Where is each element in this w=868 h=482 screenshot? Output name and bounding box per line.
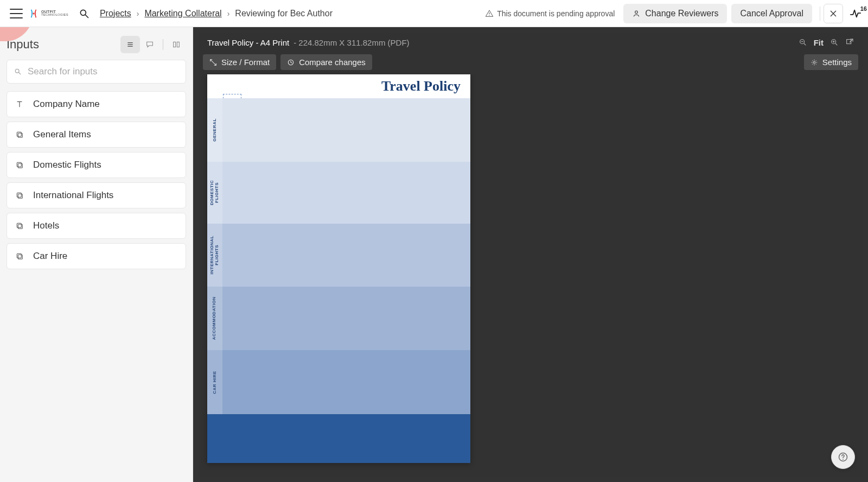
global-search-button[interactable]: [78, 8, 90, 20]
view-tab-comments[interactable]: [140, 36, 159, 53]
section-tab-label: GENERAL: [213, 118, 218, 142]
approval-status-text: This document is pending approval: [497, 9, 615, 18]
input-item[interactable]: Hotels: [7, 213, 186, 239]
input-list: Company NameGeneral ItemsDomestic Flight…: [7, 91, 186, 269]
breadcrumb-current: Reviewing for Bec Author: [235, 9, 333, 18]
svg-rect-12: [177, 42, 179, 47]
input-item[interactable]: Car Hire: [7, 243, 186, 269]
gear-icon: [810, 59, 818, 66]
svg-line-31: [835, 43, 837, 45]
sidebar-search[interactable]: [7, 60, 186, 84]
section-tab-label: DOMESTICFLIGHTS: [210, 180, 220, 205]
view-tab-columns[interactable]: [167, 36, 186, 53]
search-icon: [14, 67, 22, 76]
input-item[interactable]: Domestic Flights: [7, 152, 186, 178]
user-icon: [632, 9, 641, 18]
divider: [820, 7, 820, 21]
section-tab: INTERNATIONALFLIGHTS: [207, 224, 222, 287]
size-format-label: Size / Format: [221, 58, 270, 67]
document-page[interactable]: Travel Policy GENERALDOMESTICFLIGHTSINTE…: [207, 74, 470, 463]
settings-label: Settings: [822, 58, 852, 67]
main-area: Inputs: [0, 27, 868, 482]
compare-changes-label: Compare changes: [299, 58, 366, 67]
input-item[interactable]: International Flights: [7, 182, 186, 208]
page-section[interactable]: CAR HIRE: [207, 350, 470, 414]
view-tab-list[interactable]: [120, 36, 140, 53]
section-tab-label: CAR HIRE: [213, 371, 218, 394]
brand-logo[interactable]: OUTFITTECHNOLOGIES: [28, 8, 68, 19]
zoom-fit-button[interactable]: Fit: [814, 38, 824, 47]
brand-text: OUTFITTECHNOLOGIES: [41, 10, 68, 17]
canvas-header: Travel Policy - A4 Print - 224.82mm X 31…: [199, 33, 863, 52]
svg-rect-21: [17, 223, 21, 227]
activity-button[interactable]: 16: [850, 8, 861, 20]
compare-changes-button[interactable]: Compare changes: [280, 54, 372, 70]
divider: [163, 39, 163, 50]
size-format-button[interactable]: Size / Format: [203, 54, 276, 70]
page-section[interactable]: ACCOMMODATION: [207, 287, 470, 350]
zoom-out-button[interactable]: [799, 38, 807, 47]
section-tab-label: ACCOMMODATION: [213, 297, 218, 340]
zoom-controls: Fit: [799, 38, 854, 47]
svg-rect-15: [17, 132, 21, 136]
chevron-right-icon: ›: [227, 9, 230, 18]
svg-rect-22: [18, 224, 22, 229]
sidebar-search-input[interactable]: [28, 66, 179, 77]
page-title: Travel Policy: [381, 78, 461, 94]
svg-rect-18: [18, 163, 22, 168]
breadcrumb-folder[interactable]: Marketing Collateral: [144, 9, 221, 18]
page-section[interactable]: INTERNATIONALFLIGHTS: [207, 224, 470, 287]
layers-icon: [15, 191, 24, 200]
layers-icon: [15, 221, 24, 231]
input-item-label: Company Name: [33, 99, 100, 110]
input-item-label: Domestic Flights: [33, 160, 101, 170]
close-button[interactable]: [824, 4, 843, 23]
svg-line-27: [804, 43, 806, 45]
change-reviewers-label: Change Reviewers: [645, 9, 718, 18]
page-section[interactable]: GENERAL: [207, 98, 470, 162]
input-item[interactable]: General Items: [7, 122, 186, 148]
resize-icon: [209, 59, 217, 66]
layers-icon: [15, 160, 24, 170]
sidebar-view-tabs: [120, 36, 186, 53]
menu-button[interactable]: [10, 7, 23, 20]
clock-icon: [287, 59, 295, 66]
activity-count: 16: [860, 5, 867, 12]
input-item-label: International Flights: [33, 190, 113, 201]
svg-line-2: [85, 15, 88, 17]
cancel-approval-button[interactable]: Cancel Approval: [731, 4, 812, 23]
page-sections: GENERALDOMESTICFLIGHTSINTERNATIONALFLIGH…: [207, 98, 470, 463]
input-item[interactable]: Company Name: [7, 91, 186, 117]
list-icon: [126, 40, 135, 49]
speech-bubble-icon: [145, 40, 154, 49]
section-tab: GENERAL: [207, 98, 222, 162]
breadcrumb: Projects › Marketing Collateral › Review…: [100, 9, 333, 18]
document-meta: - 224.82mm X 311.82mm (PDF): [293, 38, 409, 47]
input-item-label: Car Hire: [33, 251, 67, 262]
text-icon: [15, 99, 24, 109]
chevron-right-icon: ›: [137, 9, 139, 18]
section-tab-label: INTERNATIONALFLIGHTS: [210, 236, 220, 274]
svg-rect-16: [18, 133, 22, 137]
topbar: OUTFITTECHNOLOGIES Projects › Marketing …: [0, 0, 868, 27]
zoom-in-button[interactable]: [830, 38, 839, 47]
help-icon: [838, 452, 848, 462]
cancel-approval-label: Cancel Approval: [740, 9, 803, 18]
canvas-stage[interactable]: Travel Policy GENERALDOMESTICFLIGHTSINTE…: [199, 74, 863, 477]
settings-button[interactable]: Settings: [804, 54, 858, 70]
open-external-button[interactable]: [845, 38, 854, 47]
svg-point-4: [489, 15, 489, 15]
section-tab: ACCOMMODATION: [207, 287, 222, 350]
svg-point-36: [813, 61, 815, 64]
svg-line-14: [18, 72, 20, 74]
breadcrumb-projects[interactable]: Projects: [100, 9, 131, 18]
approval-status: This document is pending approval: [485, 9, 615, 18]
svg-rect-19: [17, 193, 21, 197]
canvas-area: Travel Policy - A4 Print - 224.82mm X 31…: [193, 27, 868, 482]
canvas-toolbar: Size / Format Compare changes Settings: [199, 52, 863, 74]
help-button[interactable]: [831, 445, 855, 469]
brand-icon: [28, 8, 39, 19]
change-reviewers-button[interactable]: Change Reviewers: [623, 4, 727, 23]
page-section[interactable]: DOMESTICFLIGHTS: [207, 162, 470, 224]
svg-line-34: [210, 59, 216, 65]
